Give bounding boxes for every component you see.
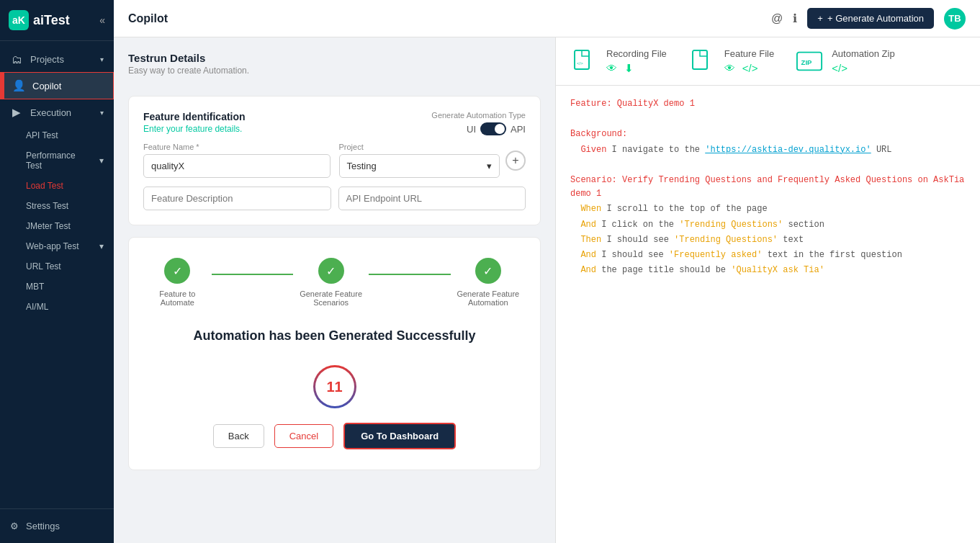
- info-icon[interactable]: ℹ: [793, 12, 797, 25]
- sidebar-item-label: Web-app Test: [26, 241, 79, 251]
- type-label: Generate Automation Type: [431, 111, 526, 120]
- sidebar-item-label: Load Test: [26, 181, 63, 191]
- step-line-2: [369, 274, 451, 275]
- step-line-1: [212, 274, 294, 275]
- sidebar-item-label: Execution: [30, 107, 71, 118]
- sidebar-item-label: Stress Test: [26, 201, 68, 211]
- recording-file-section: </> Recording File 👁 ⬇: [570, 48, 667, 75]
- sidebar-item-performance-test[interactable]: Performance Test ▾: [0, 145, 114, 176]
- code-line-and3: And the page title should be 'QualityX a…: [570, 264, 966, 277]
- sidebar-item-url-test[interactable]: URL Test: [0, 256, 114, 277]
- topbar: Copilot @ ℹ + + Generate Automation TB: [114, 0, 980, 37]
- at-icon[interactable]: @: [771, 12, 783, 25]
- counter-value: 11: [326, 379, 342, 395]
- description-row: [143, 187, 526, 210]
- automation-zip-icon: ZIP: [796, 48, 823, 75]
- sidebar-bottom: ⚙ Settings: [0, 508, 114, 543]
- project-label: Project: [339, 143, 500, 151]
- step-generate-automation: ✓ Generate Feature Automation: [451, 258, 526, 307]
- step-circle-3: ✓: [475, 258, 501, 284]
- main-area: Copilot @ ℹ + + Generate Automation TB T…: [114, 0, 980, 543]
- sidebar-logo: aK aiTest «: [0, 0, 114, 41]
- logo-icon: aK: [9, 10, 29, 30]
- cancel-button[interactable]: Cancel: [274, 424, 333, 448]
- chevron-icon: ▾: [99, 156, 104, 166]
- api-endpoint-input[interactable]: [338, 187, 526, 210]
- type-api-label: API: [511, 124, 526, 135]
- feature-file-actions: 👁 </>: [724, 62, 774, 74]
- sidebar-item-label: Projects: [30, 54, 64, 65]
- sidebar-item-ai-ml[interactable]: AI/ML: [0, 297, 114, 317]
- code-line-and1: And I click on the 'Trending Questions' …: [570, 218, 966, 232]
- step-label-2: Generate Feature Scenarios: [293, 290, 368, 307]
- testrun-title: Testrun Details: [128, 52, 541, 64]
- counter-circle: 11: [313, 365, 356, 408]
- avatar[interactable]: TB: [944, 8, 966, 30]
- svg-text:</>: </>: [577, 61, 583, 66]
- sidebar-item-load-test[interactable]: Load Test: [0, 176, 114, 196]
- code-line-given: Given I navigate to the 'https://asktia-…: [570, 143, 966, 157]
- automation-zip-section: ZIP Automation Zip </>: [796, 48, 894, 75]
- step-label-1: Feature to Automate: [143, 290, 212, 307]
- sidebar-item-api-test[interactable]: API Test: [0, 125, 114, 145]
- code-line-blank2: [570, 158, 966, 172]
- sidebar-item-mbt[interactable]: MBT: [0, 277, 114, 297]
- right-panel: </> Recording File 👁 ⬇: [555, 37, 980, 543]
- feature-identification-title: Feature Identification: [143, 111, 246, 122]
- sidebar-item-copilot[interactable]: 👤 Copilot: [0, 72, 114, 99]
- recording-file-actions: 👁 ⬇: [606, 62, 667, 75]
- feature-file-info: Feature File 👁 </>: [724, 48, 774, 74]
- generate-btn-label: + Generate Automation: [827, 13, 924, 24]
- sidebar-item-label: MBT: [26, 282, 44, 292]
- content-area: Testrun Details Easy way to create Autom…: [114, 37, 980, 543]
- generate-automation-button[interactable]: + + Generate Automation: [807, 8, 934, 29]
- settings-icon: ⚙: [10, 521, 19, 531]
- step-circle-1: ✓: [164, 258, 190, 284]
- ui-api-toggle[interactable]: [480, 122, 506, 135]
- sidebar-item-web-app-test[interactable]: Web-app Test ▾: [0, 236, 114, 256]
- code-line-feature: Feature: QualityX demo 1: [570, 97, 966, 111]
- sidebar-item-execution[interactable]: ▶ Execution ▾: [0, 99, 114, 125]
- add-project-button[interactable]: +: [505, 151, 526, 171]
- back-button[interactable]: Back: [213, 424, 264, 448]
- execution-icon: ▶: [10, 106, 23, 119]
- section-header: Testrun Details Easy way to create Autom…: [128, 52, 541, 76]
- type-toggle[interactable]: UI API: [467, 122, 526, 135]
- topbar-actions: @ ℹ + + Generate Automation TB: [771, 8, 966, 30]
- settings-item[interactable]: ⚙ Settings: [10, 516, 104, 536]
- code-line-and2: And I should see 'Frequently asked' text…: [570, 248, 966, 262]
- recording-view-icon[interactable]: 👁: [606, 62, 617, 75]
- sidebar-item-projects[interactable]: 🗂 Projects ▾: [0, 47, 114, 72]
- project-select[interactable]: Testing ▾: [339, 154, 500, 178]
- chevron-icon: ▾: [100, 55, 104, 63]
- step-label-3: Generate Feature Automation: [451, 290, 526, 307]
- project-row: Project Testing ▾ +: [339, 143, 526, 178]
- feature-identification-subtitle: Enter your feature details.: [143, 124, 246, 134]
- collapse-button[interactable]: «: [99, 14, 105, 26]
- recording-download-icon[interactable]: ⬇: [624, 62, 634, 75]
- testrun-subtitle: Easy way to create Automation.: [128, 66, 541, 76]
- svg-text:ZIP: ZIP: [801, 58, 812, 66]
- projects-icon: 🗂: [10, 53, 23, 66]
- recording-file-info: Recording File 👁 ⬇: [606, 48, 667, 75]
- go-to-dashboard-button[interactable]: Go To Dashboard: [343, 423, 456, 449]
- code-line-scenario: Scenario: Verify Trending Questions and …: [570, 174, 966, 201]
- feature-view-icon[interactable]: 👁: [724, 62, 735, 74]
- feature-code-icon[interactable]: </>: [742, 62, 758, 74]
- feature-card: Feature Identification Enter your featur…: [128, 96, 541, 225]
- sidebar-item-label: URL Test: [26, 261, 61, 272]
- feature-name-input[interactable]: [143, 154, 331, 178]
- recording-file-icon: </>: [570, 48, 598, 75]
- left-panel: Testrun Details Easy way to create Autom…: [114, 37, 555, 543]
- sidebar-item-label: AI/ML: [26, 302, 48, 312]
- action-buttons: Back Cancel Go To Dashboard: [143, 423, 526, 449]
- zip-code-icon[interactable]: </>: [832, 62, 848, 74]
- feature-name-label: Feature Name *: [143, 143, 331, 151]
- chevron-icon: ▾: [99, 241, 104, 251]
- sidebar-item-stress-test[interactable]: Stress Test: [0, 196, 114, 216]
- sidebar-item-label: Performance Test: [26, 151, 92, 171]
- automation-zip-label: Automation Zip: [832, 48, 894, 59]
- sidebar-item-jmeter-test[interactable]: JMeter Test: [0, 216, 114, 236]
- settings-label: Settings: [26, 521, 60, 531]
- feature-description-input[interactable]: [143, 187, 331, 210]
